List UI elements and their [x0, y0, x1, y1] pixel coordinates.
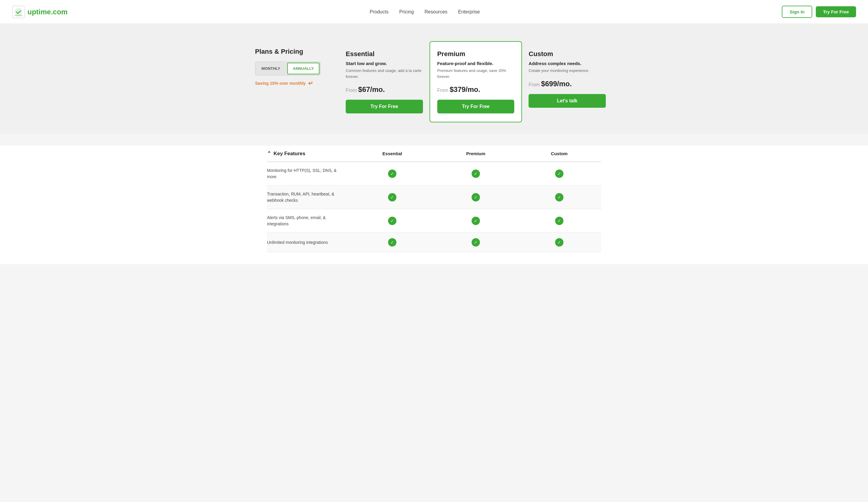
check-essential-2: ✓	[351, 193, 434, 202]
check-icon: ✓	[555, 170, 564, 178]
check-icon: ✓	[472, 217, 480, 225]
chevron-up-icon: ⌃	[267, 151, 271, 157]
feature-row-4: Unlimited monitoring integrations ✓ ✓ ✓	[267, 233, 601, 252]
signin-button[interactable]: Sign In	[782, 6, 812, 18]
check-icon: ✓	[388, 193, 396, 202]
nav: Products Pricing Resources Enterprise	[370, 9, 479, 14]
plan-premium: Premium Feature-proof and flexible. Prem…	[430, 41, 522, 122]
check-premium-1: ✓	[434, 170, 517, 178]
custom-cta-button[interactable]: Let's talk	[529, 94, 606, 108]
check-icon: ✓	[388, 170, 396, 178]
check-icon: ✓	[472, 170, 480, 178]
nav-enterprise[interactable]: Enterprise	[458, 9, 480, 14]
billing-monthly[interactable]: MONTHLY	[255, 62, 286, 75]
check-custom-4: ✓	[517, 238, 601, 247]
billing-toggle[interactable]: MONTHLY ANNUALLY	[255, 61, 321, 75]
check-icon: ✓	[388, 238, 396, 247]
features-section: ⌃ Key Features Essential Premium Custom …	[0, 146, 868, 264]
plan-premium-name: Premium	[437, 50, 515, 58]
check-custom-2: ✓	[517, 193, 601, 202]
check-essential-4: ✓	[351, 238, 434, 247]
feature-label-1: Monitoring for HTTP(S), SSL, DNS, & more	[267, 167, 351, 180]
features-title: ⌃ Key Features	[267, 151, 351, 157]
plan-premium-price: From $379/mo.	[437, 85, 515, 94]
feature-label-2: Transaction, RUM, API, heartbeat, & webh…	[267, 191, 351, 204]
check-icon: ✓	[555, 193, 564, 202]
plan-custom-name: Custom	[529, 50, 606, 58]
plan-essential-name: Essential	[346, 50, 423, 58]
plans-title: Plans & Pricing	[255, 48, 331, 55]
check-icon: ✓	[388, 217, 396, 225]
check-premium-3: ✓	[434, 217, 517, 225]
pricing-grid: Plans & Pricing MONTHLY ANNUALLY Saving …	[255, 42, 613, 122]
saving-text: Saving 15% over monthly ↵	[255, 80, 331, 87]
check-icon: ✓	[472, 193, 480, 202]
logo-icon	[12, 6, 25, 19]
check-essential-1: ✓	[351, 170, 434, 178]
plan-custom-price: From $699/mo.	[529, 80, 606, 88]
check-custom-3: ✓	[517, 217, 601, 225]
nav-resources[interactable]: Resources	[424, 9, 447, 14]
features-header: ⌃ Key Features Essential Premium Custom	[267, 146, 601, 162]
check-premium-4: ✓	[434, 238, 517, 247]
plan-essential-tagline: Start low and grow.	[346, 61, 423, 66]
plan-premium-tagline: Feature-proof and flexible.	[437, 61, 515, 66]
logo-text: uptime.com	[28, 8, 68, 16]
plans-col: Plans & Pricing MONTHLY ANNUALLY Saving …	[255, 42, 339, 93]
pricing-section: Plans & Pricing MONTHLY ANNUALLY Saving …	[0, 24, 868, 134]
billing-annually[interactable]: ANNUALLY	[287, 63, 319, 74]
feature-row-1: Monitoring for HTTP(S), SSL, DNS, & more…	[267, 162, 601, 186]
nav-products[interactable]: Products	[370, 9, 389, 14]
feature-row-2: Transaction, RUM, API, heartbeat, & webh…	[267, 186, 601, 209]
check-icon: ✓	[555, 238, 564, 247]
plan-premium-desc: Premium features and usage, save 20% for…	[437, 68, 515, 79]
plan-essential: Essential Start low and grow. Common fea…	[339, 42, 430, 122]
features-container: ⌃ Key Features Essential Premium Custom …	[255, 146, 613, 252]
logo[interactable]: uptime.com	[12, 6, 68, 19]
check-icon: ✓	[555, 217, 564, 225]
plan-essential-desc: Common features and usage, add à la cart…	[346, 68, 423, 79]
plan-custom-tagline: Address complex needs.	[529, 61, 606, 66]
plan-essential-price: From $67/mo.	[346, 85, 423, 94]
header: uptime.com Products Pricing Resources En…	[0, 0, 868, 24]
feature-row-3: Alerts via SMS, phone, email, & integrat…	[267, 209, 601, 233]
check-essential-3: ✓	[351, 217, 434, 225]
check-premium-2: ✓	[434, 193, 517, 202]
nav-pricing[interactable]: Pricing	[399, 9, 414, 14]
col-header-premium: Premium	[434, 151, 517, 156]
feature-label-3: Alerts via SMS, phone, email, & integrat…	[267, 215, 351, 227]
header-actions: Sign In Try For Free	[782, 6, 856, 18]
check-icon: ✓	[472, 238, 480, 247]
col-header-essential: Essential	[351, 151, 434, 156]
plan-custom: Custom Address complex needs. Create you…	[521, 42, 613, 116]
arrow-icon: ↵	[308, 80, 313, 87]
essential-cta-button[interactable]: Try For Free	[346, 100, 423, 113]
plan-custom-desc: Create your monitoring experience.	[529, 68, 606, 74]
feature-label-4: Unlimited monitoring integrations	[267, 239, 351, 246]
try-for-free-button[interactable]: Try For Free	[816, 6, 856, 17]
col-header-custom: Custom	[517, 151, 601, 156]
premium-cta-button[interactable]: Try For Free	[437, 100, 515, 113]
check-custom-1: ✓	[517, 170, 601, 178]
svg-rect-2	[14, 15, 23, 16]
